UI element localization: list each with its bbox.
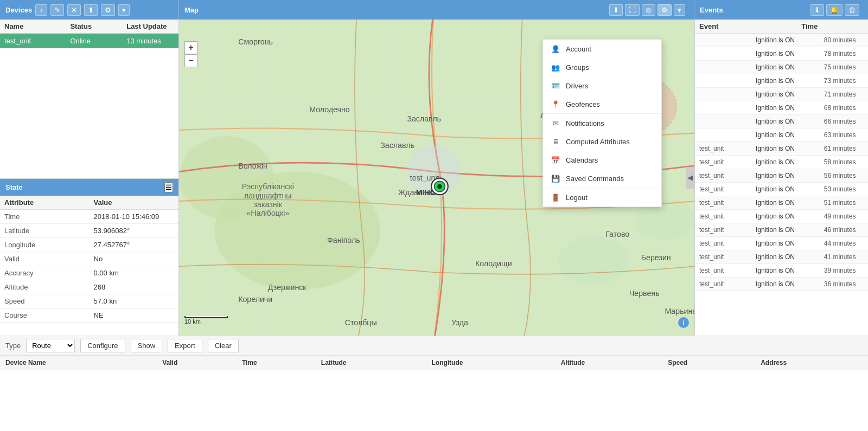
event-row[interactable]: Ignition is ON 73 minutes <box>695 74 868 88</box>
device-last-update: 13 minutes <box>122 34 178 48</box>
events-col-time: Time <box>797 20 868 33</box>
map-fullscreen-button[interactable]: ⛶ <box>625 4 640 16</box>
state-col-attr: Attribute <box>0 196 90 209</box>
events-list: Ignition is ON 80 minutes Ignition is ON… <box>695 34 868 336</box>
event-row[interactable]: Ignition is ON 71 minutes <box>695 88 868 101</box>
event-device: test_unit <box>695 264 751 277</box>
calendars-icon: 📅 <box>551 155 560 165</box>
svg-text:Дзержинск: Дзержинск <box>268 283 307 292</box>
state-title: State <box>5 183 23 191</box>
dropdown-item-saved_commands[interactable]: 💾 Saved Commands <box>543 169 661 188</box>
event-row[interactable]: test_unit Ignition is ON 53 minutes <box>695 183 868 196</box>
state-val: 0.00 km <box>90 266 179 280</box>
event-row[interactable]: test_unit Ignition is ON 58 minutes <box>695 156 868 169</box>
map-download-button[interactable]: ⬇ <box>609 4 623 16</box>
dropdown-item-geofences[interactable]: 📍 Geofences <box>543 95 661 113</box>
device-name: test_unit <box>0 34 66 48</box>
events-title: Events <box>700 6 723 14</box>
event-row[interactable]: test_unit Ignition is ON 51 minutes <box>695 196 868 210</box>
event-row[interactable]: Ignition is ON 78 minutes <box>695 47 868 61</box>
events-clear-button[interactable]: 🗑 <box>845 4 859 16</box>
event-device: test_unit <box>695 250 751 263</box>
event-row[interactable]: test_unit Ignition is ON 56 minutes <box>695 169 868 183</box>
settings-device-button[interactable]: ⚙ <box>101 4 115 16</box>
state-row: Speed 57.0 kn <box>0 294 178 308</box>
event-type: Ignition is ON <box>751 88 820 101</box>
type-select[interactable]: Route Trips Stops Summary Chart <box>26 339 75 352</box>
event-type: Ignition is ON <box>751 183 820 196</box>
event-row[interactable]: Ignition is ON 68 minutes <box>695 101 868 115</box>
state-row: Course NE <box>0 308 178 323</box>
dropdown-item-drivers[interactable]: 🪪 Drivers <box>543 76 661 95</box>
event-row[interactable]: test_unit Ignition is ON 44 minutes <box>695 237 868 250</box>
svg-text:Столбцы: Столбцы <box>345 318 377 327</box>
collapse-arrow[interactable]: ◀ <box>686 167 694 189</box>
show-button[interactable]: Show <box>131 339 163 352</box>
account-icon: 👤 <box>551 44 560 54</box>
svg-point-3 <box>558 237 629 284</box>
event-device: test_unit <box>695 156 751 169</box>
top-bar: Devices + ✎ ✕ ⬆ ⚙ ▾ Map ⬇ ⛶ ◎ ⚙ ▾ Events… <box>0 0 868 20</box>
event-row[interactable]: test_unit Ignition is ON 39 minutes <box>695 264 868 278</box>
map-area[interactable]: Сморгонь Молодечно Заславль test_unit МІ… <box>179 20 694 336</box>
state-attr: Longitude <box>0 238 90 252</box>
data-table-header-row: Device Name Valid Time Latitude Longitud… <box>0 356 868 370</box>
event-time: 68 minutes <box>820 101 868 114</box>
svg-text:Червень: Червень <box>629 289 660 298</box>
logout-icon: 🚪 <box>551 192 560 202</box>
zoom-in-button[interactable]: + <box>184 41 197 54</box>
event-device: test_unit <box>695 237 751 250</box>
event-row[interactable]: Ignition is ON 75 minutes <box>695 61 868 74</box>
dropdown-item-groups[interactable]: 👥 Groups <box>543 58 661 76</box>
event-row[interactable]: test_unit Ignition is ON 49 minutes <box>695 210 868 223</box>
edit-device-button[interactable]: ✎ <box>50 4 64 16</box>
dropdown-item-calendars[interactable]: 📅 Calendars <box>543 151 661 169</box>
configure-button[interactable]: Configure <box>80 339 125 352</box>
events-bell-button[interactable]: 🔔 <box>826 4 843 16</box>
upload-device-button[interactable]: ⬆ <box>84 4 98 16</box>
map-settings-button[interactable]: ⚙ <box>658 4 672 16</box>
event-row[interactable]: test_unit Ignition is ON 41 minutes <box>695 250 868 264</box>
event-row[interactable]: test_unit Ignition is ON 46 minutes <box>695 223 868 237</box>
event-time: 39 minutes <box>820 264 868 277</box>
state-attr: Course <box>0 308 90 322</box>
device-row[interactable]: test_unit Online 13 minutes <box>0 34 178 48</box>
more-device-button[interactable]: ▾ <box>118 4 130 16</box>
map-settings-dropdown-button[interactable]: ▾ <box>674 4 685 16</box>
state-val: 27.452767° <box>90 238 179 252</box>
drivers-icon: 🪪 <box>551 81 560 91</box>
add-device-button[interactable]: + <box>35 4 47 16</box>
dropdown-item-computed[interactable]: 🖥 Computed Attributes <box>543 132 661 151</box>
export-button[interactable]: Export <box>168 339 202 352</box>
state-menu-button[interactable]: ☰ <box>164 182 173 192</box>
dropdown-item-notifications[interactable]: ✉ Notifications <box>543 114 661 132</box>
event-time: 61 minutes <box>820 142 868 155</box>
map-target-button[interactable]: ◎ <box>642 4 655 16</box>
events-panel-header: Events ⬇ 🔔 🗑 <box>694 0 868 20</box>
event-row[interactable]: Ignition is ON 63 minutes <box>695 128 868 142</box>
event-time: 66 minutes <box>820 115 868 128</box>
dropdown-item-account[interactable]: 👤 Account <box>543 40 661 58</box>
event-type: Ignition is ON <box>751 101 820 114</box>
event-row[interactable]: Ignition is ON 80 minutes <box>695 34 868 47</box>
computed-icon: 🖥 <box>551 137 560 146</box>
info-button[interactable]: i <box>678 317 689 328</box>
clear-button[interactable]: Clear <box>208 339 239 352</box>
state-col-headers: Attribute Value <box>0 196 178 210</box>
col-longitude: Longitude <box>426 356 555 370</box>
event-device: test_unit <box>695 223 751 236</box>
computed-label: Computed Attributes <box>566 138 630 146</box>
dropdown-item-logout[interactable]: 🚪 Logout <box>543 188 661 207</box>
event-type: Ignition is ON <box>751 278 820 291</box>
event-type: Ignition is ON <box>751 115 820 128</box>
zoom-out-button[interactable]: − <box>184 54 197 67</box>
groups-label: Groups <box>566 63 589 72</box>
state-attr: Speed <box>0 294 90 308</box>
event-time: 58 minutes <box>820 156 868 169</box>
state-val: 2018-01-10 15:46:09 <box>90 210 179 223</box>
event-row[interactable]: Ignition is ON 66 minutes <box>695 115 868 128</box>
event-row[interactable]: test_unit Ignition is ON 36 minutes <box>695 278 868 291</box>
events-download-button[interactable]: ⬇ <box>810 4 824 16</box>
event-row[interactable]: test_unit Ignition is ON 61 minutes <box>695 142 868 156</box>
delete-device-button[interactable]: ✕ <box>67 4 81 16</box>
